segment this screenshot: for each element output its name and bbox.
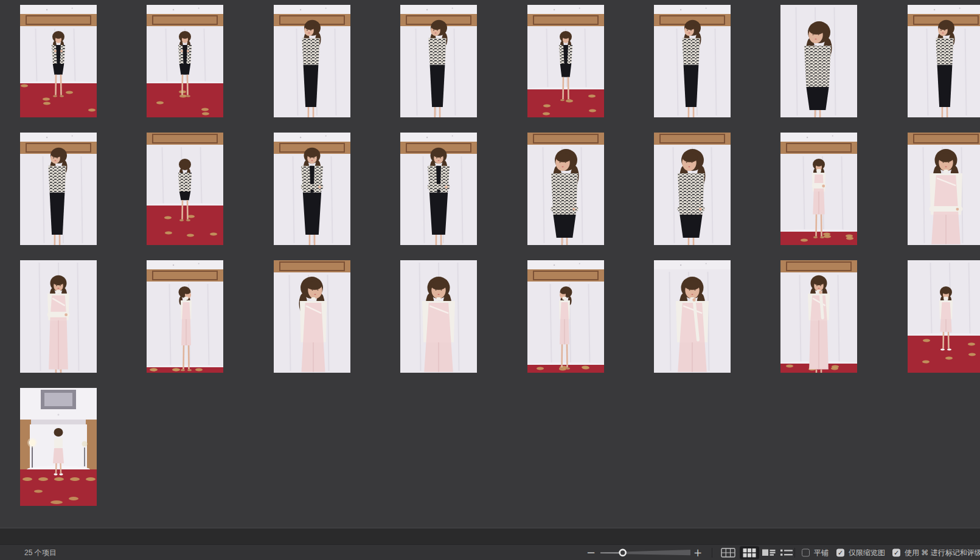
status-toolbar: 25 个项目 − + 平铺✓仅限缩览图✓使用 ⌘ 进行标记和评级 (0, 544, 980, 560)
photo-thumbnail[interactable] (274, 260, 350, 373)
photo-thumbnail[interactable] (20, 260, 97, 373)
checkbox-label: 仅限缩览图 (849, 547, 885, 558)
thumbnails-only-checkbox[interactable]: ✓仅限缩览图 (836, 547, 885, 558)
photo-thumbnail[interactable] (908, 5, 980, 117)
photo-thumbnail[interactable] (780, 260, 857, 373)
photo-image (147, 260, 223, 373)
photo-thumbnail[interactable] (780, 133, 857, 245)
photo-image (527, 5, 604, 117)
photo-thumbnail[interactable] (654, 260, 731, 373)
photo-thumbnail[interactable] (908, 260, 980, 373)
thumbnail-size-slider[interactable] (600, 547, 692, 558)
command-tag-rate-checkbox[interactable]: ✓使用 ⌘ 进行标记和评级 (892, 547, 980, 558)
photo-image (20, 5, 97, 117)
photo-image (780, 5, 857, 117)
photo-thumbnail[interactable] (147, 260, 223, 373)
photo-image (147, 5, 223, 117)
slider-knob[interactable] (620, 549, 626, 555)
photo-image (527, 133, 604, 245)
photo-image (400, 260, 477, 373)
tile-checkbox[interactable]: 平铺 (802, 547, 829, 558)
photo-image (780, 133, 857, 245)
photo-image (400, 133, 477, 245)
photo-image (400, 5, 477, 117)
photo-image (654, 5, 731, 117)
photo-image (908, 133, 980, 245)
photo-image (654, 260, 731, 373)
photo-thumbnail[interactable] (400, 133, 477, 245)
filmstrip-view-button[interactable] (759, 546, 779, 559)
thumbnail-grid-icon (742, 547, 757, 558)
toolbar-divider (794, 548, 795, 558)
photo-image (20, 388, 97, 506)
zoom-out-button[interactable]: − (586, 547, 596, 558)
photo-thumbnail[interactable] (527, 260, 604, 373)
preview-list-icon (762, 547, 776, 558)
photo-thumbnail[interactable] (527, 5, 604, 117)
checked-checkbox-icon[interactable]: ✓ (836, 548, 844, 556)
items-count-label: 25 个项目 (24, 547, 57, 558)
photo-image (274, 133, 350, 245)
photo-thumbnail[interactable] (147, 133, 223, 245)
photo-thumbnail[interactable] (274, 133, 350, 245)
photo-thumbnail[interactable] (527, 133, 604, 245)
photo-thumbnail[interactable] (908, 133, 980, 245)
zoom-in-button[interactable]: + (693, 547, 702, 558)
photo-thumbnail[interactable] (20, 133, 97, 245)
photo-thumbnail[interactable] (20, 388, 97, 506)
photo-image (20, 260, 97, 373)
photo-image (654, 133, 731, 245)
photo-thumbnail[interactable] (147, 5, 223, 117)
checkbox-label: 平铺 (814, 547, 829, 558)
photo-image (20, 133, 97, 245)
photo-image (274, 5, 350, 117)
photo-thumbnail[interactable] (780, 5, 857, 117)
photo-thumbnail[interactable] (20, 5, 97, 117)
photo-thumbnail[interactable] (654, 133, 731, 245)
photo-thumbnail[interactable] (400, 5, 477, 117)
photo-thumbnail[interactable] (400, 260, 477, 373)
photo-image (908, 5, 980, 117)
checked-checkbox-icon[interactable]: ✓ (892, 548, 900, 556)
thumbnail-grid (0, 0, 980, 528)
photo-thumbnail[interactable] (274, 5, 350, 117)
photo-image (908, 260, 980, 373)
photo-image (527, 260, 604, 373)
detail-list-icon (780, 547, 794, 558)
checkbox-label: 使用 ⌘ 进行标记和评级 (905, 547, 980, 558)
grid-lines-view-button[interactable] (718, 546, 738, 559)
photo-image (274, 260, 350, 373)
photo-image (780, 260, 857, 373)
horizontal-scrollbar-track[interactable] (0, 528, 980, 544)
photo-browser-window: 25 个项目 − + 平铺✓仅限缩览图✓使用 ⌘ 进行标记和评级 (0, 0, 980, 560)
unchecked-checkbox-icon[interactable] (802, 548, 810, 556)
grid-lines-icon (721, 547, 735, 558)
thumbnails-view-button[interactable] (740, 546, 759, 559)
toolbar-divider (712, 548, 712, 558)
photo-thumbnail[interactable] (654, 5, 731, 117)
photo-image (147, 133, 223, 245)
